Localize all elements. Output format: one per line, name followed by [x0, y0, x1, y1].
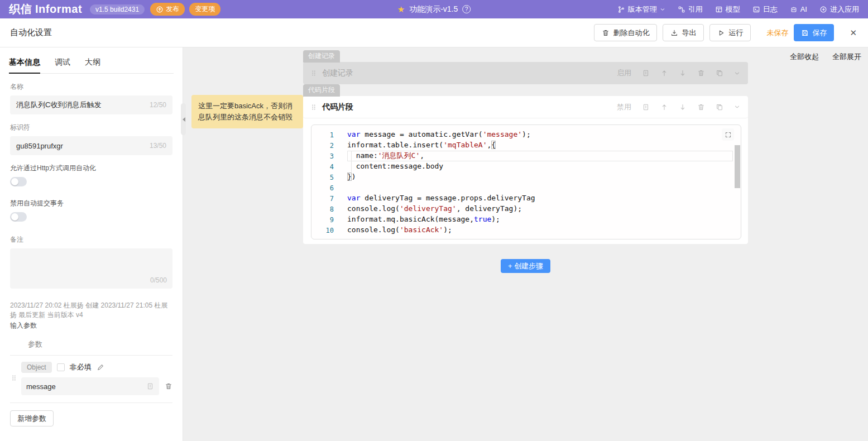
- drag-handle-icon[interactable]: [11, 374, 17, 382]
- code-line: 7var deliveryTag = message.props.deliver…: [311, 193, 733, 204]
- param-type-badge[interactable]: Object: [21, 362, 52, 373]
- menu-label: AI: [800, 5, 807, 13]
- fullscreen-icon[interactable]: [722, 128, 734, 141]
- copy-icon[interactable]: [716, 69, 723, 77]
- collapse-step-icon[interactable]: [734, 70, 740, 76]
- name-counter: 12/50: [150, 101, 166, 109]
- version-badge: v1.5 build2431: [90, 4, 145, 15]
- delete-step-icon[interactable]: [697, 103, 705, 111]
- delete-step-icon[interactable]: [697, 69, 705, 77]
- note-icon[interactable]: [642, 69, 650, 77]
- run-button[interactable]: 运行: [709, 24, 751, 41]
- menu-version-management[interactable]: 版本管理: [617, 4, 665, 15]
- app-logo: 织信 Informat: [9, 2, 82, 17]
- help-icon[interactable]: ?: [462, 5, 471, 13]
- line-number: 3: [311, 151, 334, 161]
- http-toggle[interactable]: [10, 177, 27, 186]
- code-line: 10console.log('basicAck');: [311, 225, 733, 236]
- line-content: informat.table.insert('mqTableA',{: [347, 140, 733, 151]
- step-header-create-record[interactable]: 创建记录 启用: [303, 62, 748, 84]
- topbar-menu: 版本管理 引用 模型 日志 AI 进入应用: [617, 4, 859, 15]
- optional-checkbox[interactable]: [57, 363, 65, 371]
- code-line: 6: [311, 183, 733, 193]
- editor-scrollbar[interactable]: [735, 145, 740, 188]
- note-icon[interactable]: [642, 103, 650, 111]
- delete-param-icon[interactable]: [165, 382, 172, 390]
- ai-icon: [790, 6, 798, 13]
- export-button[interactable]: 导出: [663, 24, 704, 41]
- settings-sidebar: 基本信息 调试 大纲 名称 消息队列C收到消息后触发 12/50 标识符 gu8…: [0, 47, 183, 441]
- identifier-label: 标识符: [10, 123, 172, 132]
- code-line: 5}): [311, 172, 733, 183]
- create-step-button[interactable]: + 创建步骤: [501, 259, 550, 273]
- line-content: [347, 183, 733, 193]
- menu-references[interactable]: 引用: [678, 4, 703, 15]
- code-editor-lines: 1var message = automatic.getVar('message…: [311, 130, 733, 236]
- transaction-toggle[interactable]: [10, 212, 27, 222]
- step-title: 创建记录: [322, 68, 353, 78]
- step-flow: 创建记录 创建记录 启用 代码片段: [303, 50, 748, 273]
- name-input[interactable]: 消息队列C收到消息后触发 12/50: [10, 95, 172, 114]
- code-editor[interactable]: 1var message = automatic.getVar('message…: [311, 124, 741, 239]
- move-down-icon[interactable]: [679, 103, 687, 111]
- save-icon: [801, 29, 809, 37]
- menu-label: 日志: [763, 4, 778, 15]
- file-icon[interactable]: [146, 382, 154, 390]
- drag-handle-icon[interactable]: [311, 103, 316, 111]
- close-icon[interactable]: ✕: [850, 28, 857, 38]
- menu-enter-app[interactable]: 进入应用: [819, 4, 859, 15]
- move-down-icon[interactable]: [679, 69, 687, 77]
- automation-settings-header: 自动化设置 删除自动化 导出 运行 未保存 保存 ✕: [0, 18, 868, 47]
- step-title: 代码片段: [322, 102, 353, 112]
- code-line: 3 name:'消息队列C',: [311, 151, 733, 161]
- expand-all-link[interactable]: 全部展开: [832, 52, 861, 62]
- move-up-icon[interactable]: [660, 103, 668, 111]
- param-name-input[interactable]: message: [21, 377, 159, 395]
- param-row: Object 非必填 message: [10, 356, 172, 402]
- enable-toggle-link[interactable]: 启用: [617, 68, 631, 78]
- menu-ai[interactable]: AI: [790, 5, 807, 13]
- copy-icon[interactable]: [716, 103, 723, 111]
- save-button[interactable]: 保存: [794, 24, 834, 41]
- remark-textarea[interactable]: 0/500: [10, 248, 172, 289]
- tab-debug[interactable]: 调试: [55, 55, 70, 73]
- collapse-all-link[interactable]: 全部收起: [790, 52, 819, 62]
- line-number: 8: [311, 204, 334, 214]
- move-up-icon[interactable]: [660, 69, 668, 77]
- menu-logs[interactable]: 日志: [752, 4, 778, 15]
- code-line: 4 content:message.body: [311, 161, 733, 172]
- trash-icon: [602, 29, 610, 37]
- publish-button[interactable]: 发布: [150, 3, 185, 16]
- menu-label: 模型: [726, 4, 740, 15]
- save-label: 保存: [812, 28, 827, 38]
- annotation-note: 这里一定要basicAck，否则消息队列里的这条消息不会销毁: [191, 95, 303, 128]
- sidebar-tabs: 基本信息 调试 大纲: [9, 55, 174, 74]
- edit-icon[interactable]: [97, 363, 104, 371]
- line-number: 4: [311, 161, 334, 172]
- chevron-down-icon: [660, 7, 665, 12]
- tab-basic-info[interactable]: 基本信息: [9, 55, 40, 73]
- add-param-button[interactable]: 新增参数: [10, 410, 54, 426]
- code-snippet-body: 1var message = automatic.getVar('message…: [303, 118, 748, 244]
- line-content: console.log('basicAck');: [347, 225, 733, 236]
- identifier-input[interactable]: gu8591prufxgr 13/50: [10, 136, 172, 155]
- changes-button[interactable]: 变更项: [189, 3, 220, 16]
- name-value: 消息队列C收到消息后触发: [16, 100, 150, 110]
- run-label: 运行: [728, 28, 743, 38]
- step-header-code-snippet[interactable]: 代码片段 禁用: [303, 96, 748, 118]
- unsaved-status: 未保存: [766, 28, 788, 38]
- audit-meta: 2023/11/27 20:02 杜展扬 创建 2023/11/27 21:05…: [10, 301, 172, 320]
- canvas-links: 全部收起 全部展开: [790, 52, 861, 62]
- disable-toggle-link[interactable]: 禁用: [617, 102, 631, 112]
- sidebar-collapse-handle[interactable]: [181, 103, 186, 135]
- line-content: }): [347, 172, 733, 183]
- line-number: 5: [311, 172, 334, 183]
- collapse-step-icon[interactable]: [734, 104, 740, 110]
- drag-handle-icon[interactable]: [311, 69, 316, 77]
- params-section-header: 参数: [28, 339, 172, 349]
- tab-outline[interactable]: 大纲: [85, 55, 100, 73]
- line-number: 1: [311, 130, 334, 140]
- delete-automation-button[interactable]: 删除自动化: [594, 24, 657, 41]
- menu-models[interactable]: 模型: [715, 4, 740, 15]
- play-icon: [717, 29, 725, 37]
